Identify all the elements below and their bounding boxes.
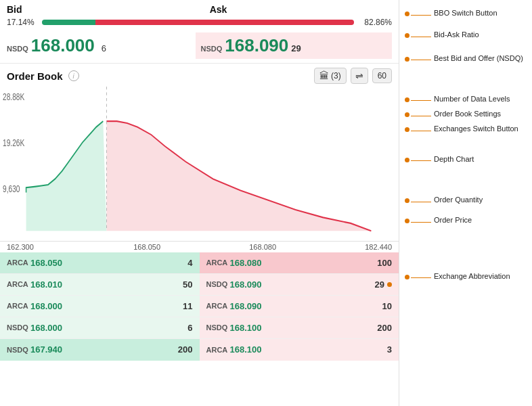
annotation-text-depth: Depth Chart bbox=[434, 154, 474, 164]
ask-exch-3: ARCA bbox=[206, 302, 230, 310]
ask-row-5: ARCA 168.100 3 bbox=[200, 339, 399, 361]
annotation-text-levels: Number of Data Levels bbox=[434, 94, 510, 104]
bid-price-2: 168.010 bbox=[30, 279, 173, 290]
table-row: NSDQ 167.940 200 ARCA 168.100 3 bbox=[0, 339, 399, 361]
bid-price-1: 168.050 bbox=[30, 258, 173, 268]
ask-label: Ask bbox=[45, 4, 392, 15]
annotation-panel: BBO Switch Button Bid-Ask Ratio Best Bid… bbox=[399, 0, 532, 406]
bid-exch-3: ARCA bbox=[7, 302, 30, 310]
annotation-line-bbo bbox=[411, 15, 431, 16]
bid-label: Bid bbox=[7, 4, 41, 15]
annotation-bid-ask: Bid-Ask Ratio bbox=[405, 30, 527, 39]
bid-pct: 17.14% bbox=[7, 18, 38, 27]
info-icon[interactable]: i bbox=[68, 70, 79, 81]
best-bbo-row: NSDQ 168.000 6 NSDQ 168.090 29 bbox=[0, 30, 399, 63]
bid-price: 168.000 bbox=[31, 35, 95, 56]
annotation-text-ratio: Bid-Ask Ratio bbox=[434, 30, 479, 39]
annotation-text-bbo: BBO Switch Button bbox=[434, 8, 497, 18]
order-price-dot bbox=[387, 282, 392, 287]
ratio-bar-ask bbox=[95, 20, 354, 25]
bid-exch-2: ARCA bbox=[7, 280, 30, 288]
annotation-dot-ratio bbox=[405, 33, 409, 38]
bid-price-3: 168.000 bbox=[30, 301, 173, 311]
annotation-line-best-bbo bbox=[411, 60, 431, 60]
price-left: 162.300 bbox=[7, 243, 93, 251]
settings-icon: ⇌ bbox=[355, 70, 363, 81]
annotation-line-price bbox=[411, 222, 431, 223]
ask-qty-4: 200 bbox=[372, 323, 392, 333]
ask-row-4: NSDQ 168.100 200 bbox=[200, 317, 399, 338]
annotation-dot-bbo bbox=[405, 12, 409, 16]
exchange-btn-label: (3) bbox=[331, 71, 341, 81]
annotation-dot-best-bbo bbox=[405, 57, 409, 62]
annotation-line-qty bbox=[411, 202, 431, 202]
ask-pct: 82.86% bbox=[358, 18, 392, 27]
annotation-line-exchange bbox=[411, 131, 431, 131]
exchange-switch-button[interactable]: 🏛 (3) bbox=[314, 68, 347, 84]
bid-row-2: ARCA 168.010 50 bbox=[0, 274, 200, 295]
ob-settings-button[interactable]: ⇌ bbox=[351, 68, 368, 84]
ask-price-2: 168.090 bbox=[230, 279, 365, 290]
ask-qty-5: 3 bbox=[372, 344, 392, 355]
annotation-line-settings bbox=[411, 116, 431, 116]
ask-exch-2: NSDQ bbox=[206, 280, 230, 288]
bid-qty: 6 bbox=[97, 43, 110, 53]
annotation-depth-chart: Depth Chart bbox=[405, 154, 527, 164]
ask-price-3: 168.090 bbox=[230, 301, 372, 311]
bid-qty-5: 200 bbox=[173, 344, 193, 355]
bbo-header-row: Bid Ask bbox=[0, 0, 399, 16]
depth-chart-svg: 28.88K 19.26K 9,630 bbox=[0, 87, 399, 241]
orderbook-header: Order Book i 🏛 (3) ⇌ 60 bbox=[0, 63, 399, 87]
price-mid: 168.080 bbox=[220, 243, 306, 251]
annotation-text-settings: Order Book Settings bbox=[434, 109, 501, 118]
ask-exch-5: ARCA bbox=[206, 346, 230, 354]
bid-qty-3: 11 bbox=[173, 301, 193, 311]
orderbook-title: Order Book bbox=[7, 70, 63, 82]
annotation-order-qty: Order Quantity bbox=[405, 195, 527, 204]
levels-label: 60 bbox=[378, 71, 386, 81]
table-row: NSDQ 168.000 6 NSDQ 168.100 200 bbox=[0, 317, 399, 339]
bid-price-4: 168.000 bbox=[30, 323, 173, 333]
annotation-dot-abbr bbox=[405, 275, 409, 279]
annotation-data-levels: Number of Data Levels bbox=[405, 94, 527, 104]
table-row: ARCA 168.050 4 ARCA 168.080 100 bbox=[0, 252, 399, 274]
ratio-bar bbox=[42, 20, 354, 25]
bid-row-4: NSDQ 168.000 6 bbox=[0, 317, 200, 338]
bid-row-3: ARCA 168.000 11 bbox=[0, 296, 200, 317]
annotation-bbo-switch: BBO Switch Button bbox=[405, 8, 527, 18]
annotation-dot-price bbox=[405, 219, 409, 223]
svg-text:9,630: 9,630 bbox=[3, 184, 20, 195]
bid-qty-2: 50 bbox=[173, 279, 193, 290]
price-mid-left: 168.050 bbox=[93, 243, 219, 251]
annotation-text-best-bbo: Best Bid and Offer (NSDQ) bbox=[434, 53, 523, 63]
ask-qty-2: 29 bbox=[364, 279, 384, 290]
annotation-line-ratio bbox=[411, 37, 431, 37]
ask-price-5: 168.100 bbox=[230, 344, 372, 355]
bid-exchange: NSDQ bbox=[7, 45, 28, 53]
annotation-ob-settings: Order Book Settings bbox=[405, 109, 527, 118]
ob-controls: 🏛 (3) ⇌ 60 bbox=[314, 68, 392, 84]
annotation-line-levels bbox=[411, 100, 431, 101]
ask-exch-4: NSDQ bbox=[206, 323, 230, 332]
bid-row-5: NSDQ 167.940 200 bbox=[0, 339, 200, 361]
table-row: ARCA 168.000 11 ARCA 168.090 10 bbox=[0, 296, 399, 317]
annotation-dot-exchange bbox=[405, 127, 409, 132]
annotation-dot-settings bbox=[405, 112, 409, 117]
annotation-exchange-switch: Exchanges Switch Button bbox=[405, 124, 527, 133]
bid-qty-4: 6 bbox=[173, 323, 193, 333]
bid-price-5: 167.940 bbox=[30, 344, 173, 355]
price-axis: 162.300 168.050 168.080 182.440 bbox=[0, 241, 399, 252]
annotation-dot-levels bbox=[405, 97, 409, 102]
best-bid: NSDQ 168.000 6 bbox=[7, 35, 193, 56]
ratio-bar-bid bbox=[42, 20, 95, 25]
annotation-exch-abbr: Exchange Abbreviation bbox=[405, 271, 527, 281]
bid-ask-ratio-row: 17.14% 82.86% bbox=[0, 16, 399, 30]
annotation-order-price: Order Price bbox=[405, 215, 527, 225]
annotation-line-depth bbox=[411, 160, 431, 161]
annotation-text-abbr: Exchange Abbreviation bbox=[434, 271, 510, 281]
data-levels-button[interactable]: 60 bbox=[372, 68, 392, 83]
ask-qty-1: 100 bbox=[372, 258, 392, 268]
ask-qty: 29 bbox=[291, 43, 301, 53]
bid-exch-4: NSDQ bbox=[7, 323, 30, 332]
ask-row-3: ARCA 168.090 10 bbox=[200, 296, 399, 317]
